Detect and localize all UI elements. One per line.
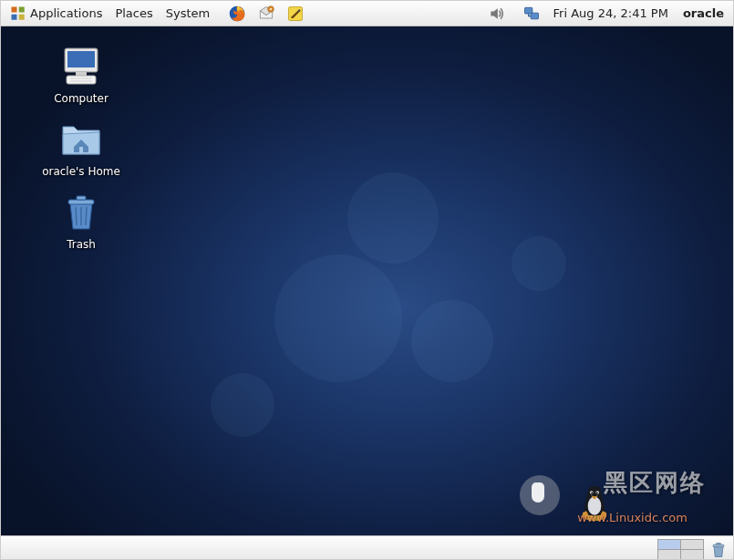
svg-rect-11 xyxy=(76,72,87,76)
svg-rect-0 xyxy=(12,6,17,12)
wallpaper-decor xyxy=(347,172,439,264)
trash-icon xyxy=(709,541,728,559)
mail-launcher[interactable] xyxy=(253,3,279,25)
network-icon xyxy=(522,5,541,23)
workspace-1[interactable] xyxy=(658,540,680,549)
wallpaper-decor xyxy=(274,254,402,382)
volume-applet[interactable] xyxy=(484,3,510,25)
top-panel: Applications Places System xyxy=(1,1,733,26)
wallpaper-decor xyxy=(512,236,566,291)
watermark-seal-icon xyxy=(520,475,560,515)
bottom-panel-right xyxy=(657,539,728,560)
svg-rect-28 xyxy=(717,543,720,544)
workspace-4[interactable] xyxy=(681,550,703,559)
applications-label: Applications xyxy=(30,6,102,20)
places-label: Places xyxy=(115,6,152,20)
svg-point-25 xyxy=(591,493,593,494)
firefox-launcher[interactable] xyxy=(224,3,250,25)
mail-icon xyxy=(257,5,275,23)
desktop-icon-label: oracle's Home xyxy=(42,165,120,178)
firefox-icon xyxy=(228,5,246,23)
trash-applet[interactable] xyxy=(709,541,728,559)
clock-text: Fri Aug 24, 2:41 PM xyxy=(553,6,668,20)
svg-rect-10 xyxy=(67,51,95,67)
svg-rect-12 xyxy=(67,76,96,84)
home-folder-icon xyxy=(59,118,103,161)
svg-line-20 xyxy=(86,207,87,225)
svg-rect-16 xyxy=(68,200,94,204)
desktop-icon-label: Computer xyxy=(54,92,109,105)
applications-menu[interactable]: Applications xyxy=(5,4,108,24)
desktop-icon-home[interactable]: oracle's Home xyxy=(37,118,125,178)
svg-line-18 xyxy=(76,207,77,225)
user-label: oracle xyxy=(683,6,724,20)
workspace-switcher[interactable] xyxy=(657,539,704,560)
notes-icon xyxy=(286,5,305,23)
svg-rect-8 xyxy=(531,13,538,19)
notes-launcher[interactable] xyxy=(283,3,308,25)
computer-icon xyxy=(59,45,103,88)
svg-rect-17 xyxy=(77,196,86,200)
network-applet[interactable] xyxy=(519,3,544,25)
volume-icon xyxy=(488,5,506,23)
wallpaper-decor xyxy=(211,373,274,437)
panel-launchers xyxy=(224,3,308,25)
system-menu[interactable]: System xyxy=(160,5,215,22)
svg-rect-15 xyxy=(79,147,83,152)
places-menu[interactable]: Places xyxy=(109,5,158,22)
watermark-url: www.Linuxidc.com xyxy=(577,511,687,524)
clock[interactable]: Fri Aug 24, 2:41 PM xyxy=(553,6,668,20)
trash-icon xyxy=(59,191,103,234)
desktop-icon-trash[interactable]: Trash xyxy=(37,191,125,251)
svg-rect-2 xyxy=(12,14,17,19)
main-menu-icon xyxy=(10,5,26,22)
watermark-text: 黑区网络 xyxy=(604,467,706,499)
panel-menus: Applications Places System xyxy=(5,4,215,24)
workspace-2[interactable] xyxy=(681,540,703,549)
desktop[interactable]: Computer oracle's Home Trash xyxy=(1,26,733,535)
desktop-icon-label: Trash xyxy=(67,238,96,251)
svg-rect-1 xyxy=(19,6,25,12)
wallpaper-decor xyxy=(411,300,493,382)
bottom-panel xyxy=(1,535,733,560)
svg-point-26 xyxy=(596,493,598,494)
svg-rect-3 xyxy=(19,14,25,19)
workspace-3[interactable] xyxy=(658,550,680,559)
desktop-icon-computer[interactable]: Computer xyxy=(37,45,125,105)
user-menu[interactable]: oracle xyxy=(677,6,729,20)
panel-tray: Fri Aug 24, 2:41 PM oracle xyxy=(484,3,729,25)
system-label: System xyxy=(166,6,210,20)
